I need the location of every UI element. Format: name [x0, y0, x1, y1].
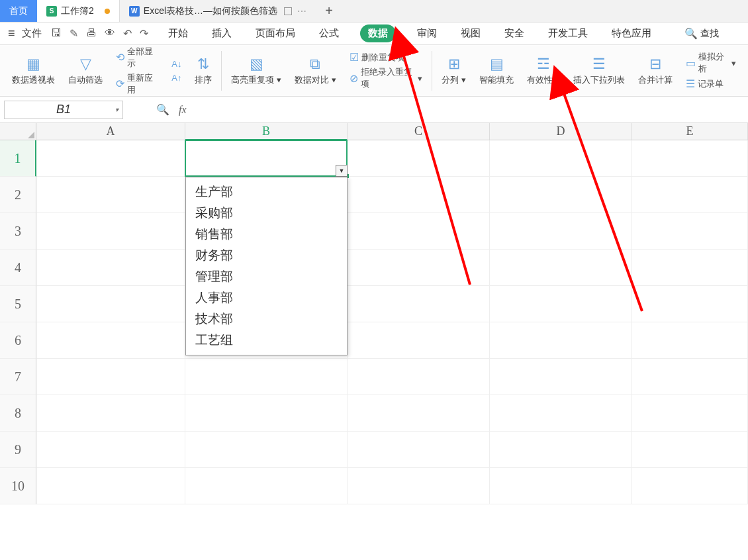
sort-desc-icon[interactable]: A↑ [171, 73, 181, 83]
save-as-icon[interactable]: ✎ [70, 27, 78, 40]
cell-dropdown-button[interactable]: ▼ [336, 165, 348, 177]
cell[interactable] [490, 432, 632, 468]
cell[interactable] [185, 468, 348, 504]
fx-function-icon[interactable]: fx [179, 104, 187, 116]
cell[interactable] [490, 322, 632, 359]
row-header-6[interactable]: 6 [0, 322, 36, 359]
menu-security[interactable]: 安全 [502, 24, 527, 42]
cell[interactable] [632, 286, 748, 322]
ribbon-reject-dup[interactable]: ⊘拒绝录入重复项 ▾ [350, 66, 423, 90]
tab-home[interactable]: 首页 [0, 0, 37, 22]
column-header-C[interactable]: C [348, 123, 490, 140]
ribbon-autofilter[interactable]: ▽ 自动筛选 [62, 45, 109, 96]
row-header-3[interactable]: 3 [0, 213, 36, 250]
row-header-2[interactable]: 2 [0, 177, 36, 213]
ribbon-show-all[interactable]: ⟲全部显示 [116, 46, 158, 70]
cell[interactable] [36, 140, 185, 177]
row-header-10[interactable]: 10 [0, 468, 36, 504]
name-box-dropdown-icon[interactable]: ▾ [115, 106, 118, 113]
column-header-E[interactable]: E [632, 123, 748, 140]
cell[interactable] [348, 286, 490, 322]
cell[interactable] [490, 395, 632, 432]
dropdown-item[interactable]: 工艺组 [186, 330, 347, 351]
row-header-7[interactable]: 7 [0, 359, 36, 395]
cell[interactable] [185, 395, 348, 432]
cell[interactable] [348, 250, 490, 286]
cell[interactable] [490, 140, 632, 177]
menu-developer[interactable]: 开发工具 [545, 24, 590, 42]
hamburger-icon[interactable]: ≡ [8, 26, 15, 40]
dropdown-item[interactable]: 财务部 [186, 245, 347, 266]
ribbon-sort[interactable]: ⇅ 排序 [188, 45, 218, 96]
ribbon-remove-dup[interactable]: ☑删除重复项 [350, 51, 404, 64]
row-header-5[interactable]: 5 [0, 286, 36, 322]
cell[interactable] [348, 359, 490, 395]
cell[interactable] [632, 468, 748, 504]
dropdown-item[interactable]: 生产部 [186, 181, 347, 203]
menu-view[interactable]: 视图 [458, 24, 483, 42]
cell[interactable] [490, 213, 632, 250]
redo-icon[interactable]: ↷ [140, 27, 148, 40]
cell[interactable] [632, 432, 748, 468]
cell[interactable] [490, 468, 632, 504]
cell[interactable] [348, 432, 490, 468]
cell[interactable] [632, 177, 748, 213]
cell[interactable] [185, 359, 348, 395]
row-header-4[interactable]: 4 [0, 250, 36, 286]
row-header-8[interactable]: 8 [0, 395, 36, 432]
undo-icon[interactable]: ↶ [123, 27, 132, 40]
print-icon[interactable]: 🖶 [86, 27, 97, 40]
print-preview-icon[interactable]: 👁 [105, 27, 115, 40]
cell[interactable] [36, 432, 185, 468]
cell[interactable] [348, 213, 490, 250]
cell[interactable] [36, 286, 185, 322]
sort-asc-icon[interactable]: A↓ [171, 59, 181, 69]
cell[interactable] [36, 177, 185, 213]
cell[interactable] [490, 250, 632, 286]
cell[interactable] [348, 468, 490, 504]
cell[interactable] [36, 213, 185, 250]
new-tab-button[interactable]: + [316, 0, 342, 22]
cell[interactable] [185, 432, 348, 468]
ribbon-split[interactable]: ⊞ 分列 ▾ [435, 45, 473, 96]
ribbon-validity[interactable]: ☲ 有效性 ▾ [520, 45, 567, 96]
tab-more-icon[interactable]: ⋯ [297, 6, 306, 17]
row-header-1[interactable]: 1 [0, 140, 36, 177]
cell[interactable] [490, 359, 632, 395]
fx-search-icon[interactable]: 🔍 [156, 103, 169, 116]
cell[interactable] [632, 395, 748, 432]
menu-page-layout[interactable]: 页面布局 [253, 24, 298, 42]
cell[interactable] [490, 177, 632, 213]
menu-formulas[interactable]: 公式 [316, 24, 342, 42]
column-header-B[interactable]: B [185, 123, 348, 140]
cell[interactable] [348, 177, 490, 213]
ribbon-consolidate[interactable]: ⊟ 合并计算 [631, 45, 679, 96]
cell[interactable] [348, 140, 490, 177]
name-box[interactable]: B1 ▾ [4, 101, 123, 119]
dropdown-item[interactable]: 人事部 [186, 287, 347, 308]
tab-restore-icon[interactable] [284, 7, 292, 15]
save-icon[interactable]: 🖫 [51, 27, 62, 40]
cell[interactable] [348, 322, 490, 359]
column-header-D[interactable]: D [490, 123, 632, 140]
ribbon-insert-dropdown[interactable]: ☰ 插入下拉列表 [567, 45, 631, 96]
ribbon-reapply[interactable]: ⟳重新应用 [116, 72, 158, 96]
menu-special[interactable]: 特色应用 [609, 24, 654, 42]
ribbon-whatif[interactable]: ▭模拟分析 ▾ [686, 51, 736, 75]
dropdown-item[interactable]: 技术部 [186, 308, 347, 330]
tab-excel-tips[interactable]: W Excel表格技…—如何按颜色筛选 ⋯ [119, 0, 316, 22]
cell[interactable] [36, 468, 185, 504]
cell[interactable] [632, 140, 748, 177]
dropdown-item[interactable]: 管理部 [186, 266, 347, 287]
row-header-9[interactable]: 9 [0, 432, 36, 468]
cell[interactable] [632, 213, 748, 250]
menu-review[interactable]: 审阅 [414, 24, 440, 42]
menu-search[interactable]: 🔍 查找 [684, 27, 719, 40]
menu-start[interactable]: 开始 [165, 24, 191, 42]
cell[interactable] [185, 140, 348, 177]
cell[interactable] [632, 250, 748, 286]
column-header-A[interactable]: A [36, 123, 185, 140]
select-all-corner[interactable] [0, 123, 36, 140]
cell[interactable] [36, 395, 185, 432]
ribbon-smartfill[interactable]: ▤ 智能填充 [473, 45, 520, 96]
